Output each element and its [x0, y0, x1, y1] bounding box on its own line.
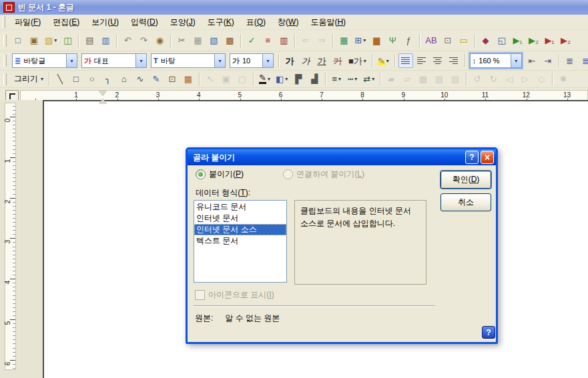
paragraph-style-combo[interactable]: ≣바탕글▾	[12, 53, 77, 68]
numbered-list-button[interactable]: ≣	[563, 53, 577, 68]
dialog-titlebar[interactable]: 골라 붙이기 ? ×	[188, 149, 496, 165]
toolbar-grip[interactable]	[3, 55, 7, 67]
draw-curve-button[interactable]: ∿	[133, 72, 148, 87]
align-justify-button[interactable]	[398, 53, 413, 68]
open-dropdown-arrow[interactable]: ▾	[54, 37, 57, 43]
line-spacing-combo[interactable]: ↕160 %▾	[470, 53, 522, 68]
dictionary-button[interactable]: ◆	[479, 33, 493, 48]
draw-rectangle-button[interactable]: □	[69, 72, 83, 87]
arrow-style-button[interactable]: ⇄▾	[361, 72, 376, 87]
fill-color-dropdown-arrow[interactable]: ▾	[285, 76, 288, 82]
draw-polygon-button[interactable]: ⌂	[117, 72, 131, 87]
macro-play-2-button[interactable]: ▶₂	[527, 33, 541, 48]
menu-view[interactable]: 보기(U)	[85, 15, 125, 29]
cut-button[interactable]: ✂	[174, 33, 189, 48]
indent-increase-button[interactable]: ⇥	[541, 53, 555, 68]
character-style-dropdown-arrow[interactable]: ▾	[135, 54, 146, 67]
undo-button[interactable]: ↶	[120, 33, 135, 48]
insert-wordart-button[interactable]: Ψ	[385, 33, 400, 48]
paste-button[interactable]: ▧	[206, 33, 221, 48]
highlighter-pen-button[interactable]: ✎▾	[376, 53, 391, 68]
copy-button[interactable]: ▦	[190, 33, 205, 48]
bullet-list-button[interactable]: ≣	[579, 53, 588, 68]
highlighter-pen-dropdown-arrow[interactable]: ▾	[386, 58, 389, 64]
character-shade-button[interactable]: ■가▾	[346, 53, 368, 68]
save-button[interactable]: ◫	[60, 33, 75, 48]
find-replace-button[interactable]: AB	[423, 33, 438, 48]
insert-picture-frame-button[interactable]: ▦	[181, 72, 196, 87]
draw-mode-button[interactable]: 그리기▾	[11, 72, 45, 87]
dialog-contexthelp-button[interactable]: ?	[465, 151, 479, 164]
draw-ellipse-button[interactable]: ○	[85, 72, 99, 87]
draw-mode-dropdown-arrow[interactable]: ▾	[41, 76, 43, 82]
menubar-grip[interactable]	[2, 16, 5, 28]
menu-window[interactable]: 창(W)	[272, 15, 304, 29]
find-button[interactable]: ◉	[152, 33, 167, 48]
line-width-button[interactable]: ≡▾	[329, 72, 344, 87]
bold-button[interactable]: 가	[282, 53, 297, 68]
italic-button[interactable]: 가	[298, 53, 313, 68]
character-style-combo[interactable]: 가대표▾	[81, 53, 147, 68]
line-width-dropdown-arrow[interactable]: ▾	[338, 76, 341, 82]
quick-correct-button[interactable]: ≡	[260, 33, 275, 48]
font-dropdown-arrow[interactable]: ▾	[214, 54, 225, 67]
shade-lighter-button[interactable]: ▛	[291, 72, 306, 87]
arrow-style-dropdown-arrow[interactable]: ▾	[372, 76, 374, 82]
font-size-combo[interactable]: 가10▾	[230, 53, 274, 68]
font-combo[interactable]: T바탕▾	[151, 53, 226, 68]
toolbar-grip[interactable]	[3, 73, 7, 85]
character-shade-dropdown-arrow[interactable]: ▾	[364, 58, 366, 64]
indent-marker[interactable]	[99, 91, 107, 104]
menu-input[interactable]: 입력(D)	[125, 15, 164, 29]
dialog-close-button[interactable]: ×	[481, 151, 494, 164]
strikethrough-button[interactable]: 가	[330, 53, 345, 68]
menu-table[interactable]: 표(Q)	[240, 15, 272, 29]
align-center-button[interactable]	[430, 53, 445, 68]
ok-button[interactable]: 확인(D)	[440, 171, 491, 189]
menu-file[interactable]: 파일(F)	[9, 15, 47, 29]
highlight-button[interactable]: ▭	[457, 33, 471, 48]
insert-picture-button[interactable]: ▦	[336, 33, 351, 48]
insert-equation-button[interactable]: ƒ	[401, 33, 416, 48]
insert-textbox-button[interactable]: ⊡	[165, 72, 180, 87]
print-preview-button[interactable]: ▥	[98, 33, 113, 48]
columns-button[interactable]: ▥	[276, 33, 291, 48]
new-document-button[interactable]: □	[11, 33, 25, 48]
open-document-button[interactable]: ▣	[27, 33, 41, 48]
macro-record-1-button[interactable]: ▶₁	[543, 33, 557, 48]
format-list-item[interactable]: 인터넷 문서	[194, 213, 286, 224]
align-right-button[interactable]	[447, 53, 461, 68]
format-listbox[interactable]: 유니코드 문서인터넷 문서인터넷 문서 소스텍스트 문서	[194, 200, 287, 283]
vertical-ruler[interactable]: 0123456	[5, 103, 16, 370]
open-button[interactable]: ▨▾	[43, 33, 59, 48]
radio-paste[interactable]: 붙이기(P)	[196, 169, 244, 180]
line-color-dropdown-arrow[interactable]: ▾	[268, 76, 270, 82]
redo-button[interactable]: ↷	[136, 33, 151, 48]
draw-freehand-button[interactable]: ✎	[149, 72, 164, 87]
macro-record-2-button[interactable]: ▶₂	[559, 33, 573, 48]
underline-button[interactable]: 가	[314, 53, 329, 68]
toolbar-grip[interactable]	[3, 35, 7, 47]
line-color-button[interactable]: ✎▾	[257, 72, 272, 87]
insert-table-button[interactable]: ⊞▾	[352, 33, 368, 48]
print-button[interactable]: ▤	[82, 33, 97, 48]
web-browser-button[interactable]: ◱	[495, 33, 509, 48]
format-list-item[interactable]: 텍스트 문서	[194, 235, 286, 247]
menu-help[interactable]: 도움말(H)	[304, 15, 352, 29]
spell-check-button[interactable]: ✓	[244, 33, 259, 48]
hanja-convert-button[interactable]: ⊡	[440, 33, 455, 48]
macro-play-1-button[interactable]: ▶₁	[511, 33, 525, 48]
menu-tools[interactable]: 도구(K)	[202, 15, 240, 29]
shade-darker-button[interactable]: ▟	[307, 72, 322, 87]
line-style-dropdown-arrow[interactable]: ▾	[354, 76, 357, 82]
draw-line-button[interactable]: ╲	[53, 72, 67, 87]
help-button[interactable]: ?	[482, 326, 495, 339]
menu-edit[interactable]: 편집(E)	[47, 15, 85, 29]
line-spacing-dropdown-arrow[interactable]: ▾	[511, 54, 521, 67]
draw-arc-button[interactable]: ╮	[101, 72, 115, 87]
cancel-button[interactable]: 취소	[440, 193, 491, 211]
format-list-item[interactable]: 인터넷 문서 소스	[194, 224, 286, 235]
menu-format[interactable]: 모양(J)	[164, 15, 202, 29]
align-left-button[interactable]	[414, 53, 429, 68]
paragraph-style-dropdown-arrow[interactable]: ▾	[66, 54, 77, 67]
